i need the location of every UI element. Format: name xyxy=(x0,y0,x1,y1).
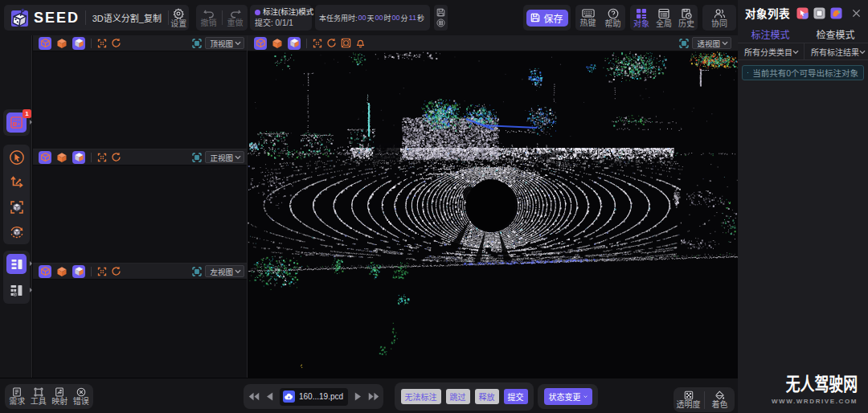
redo-label: 重做 xyxy=(227,19,244,27)
reset-view-button[interactable] xyxy=(111,152,121,162)
close-panel-button[interactable] xyxy=(852,9,861,18)
undo-icon xyxy=(203,8,215,18)
opacity-button[interactable]: 透明度 xyxy=(674,391,703,409)
solid-mode-button[interactable] xyxy=(55,265,68,278)
focus-button[interactable] xyxy=(192,39,202,48)
shaded-mode-button[interactable] xyxy=(72,37,85,50)
square-tool-icon[interactable] xyxy=(813,7,825,19)
dock-panel: 需求 工具 映射 错误 xyxy=(5,384,93,409)
next-icon xyxy=(354,392,362,401)
dock-tools[interactable]: 工具 xyxy=(28,387,50,406)
settings-label: 设置 xyxy=(170,20,186,28)
dock-errors[interactable]: 错误 xyxy=(71,387,92,406)
palette-tool-icon[interactable] xyxy=(830,7,842,19)
result-filter-select[interactable]: 所有标注结果 xyxy=(804,43,868,59)
undo-button[interactable]: 撤销 xyxy=(197,8,221,27)
dock-requirements[interactable]: 需求 xyxy=(6,387,28,406)
task-time-group: 本任务用时: 00天 00时 00分 11秒 xyxy=(315,5,430,31)
solid-mode-button[interactable] xyxy=(55,151,68,164)
skip-button[interactable]: 跳过 xyxy=(446,389,470,404)
notify-button[interactable] xyxy=(355,38,366,48)
fit-view-button[interactable] xyxy=(97,39,107,48)
wireframe-mode-button[interactable] xyxy=(39,265,51,278)
panel-tab-history[interactable]: 历史 xyxy=(676,8,698,28)
tab-inspect-mode[interactable]: 检查模式 xyxy=(803,26,868,43)
release-button[interactable]: 释放 xyxy=(475,389,499,404)
floppy-small-icon[interactable] xyxy=(436,8,445,17)
shaded-mode-button[interactable] xyxy=(288,37,301,50)
refresh-icon xyxy=(111,38,121,48)
shaded-mode-button[interactable] xyxy=(72,151,85,164)
fit-view-button[interactable] xyxy=(97,267,107,276)
prev-frame-button[interactable] xyxy=(266,392,273,401)
cannot-annotate-button[interactable]: 无法标注 xyxy=(401,389,441,404)
settings-button[interactable]: 设置 xyxy=(169,8,189,28)
cursor-circle-icon xyxy=(9,149,25,166)
fit-view-button[interactable] xyxy=(97,153,107,162)
select-tool-button[interactable] xyxy=(6,147,27,167)
dock-mapping[interactable]: 映射 xyxy=(49,387,71,406)
wireframe-mode-button[interactable] xyxy=(39,151,51,164)
cube-solid-icon xyxy=(56,38,68,49)
view-type-select[interactable]: 正视图 xyxy=(205,151,244,163)
cube-shaded-icon xyxy=(74,266,84,276)
reset-view-button[interactable] xyxy=(111,266,121,276)
view-type-select[interactable]: 透视图 xyxy=(692,37,731,49)
reset-view-button[interactable] xyxy=(111,38,121,48)
cube-solid-icon xyxy=(56,266,68,277)
help-button[interactable]: 帮助 xyxy=(601,8,625,28)
frame-file-chip[interactable]: 160...19.pcd xyxy=(280,388,348,406)
status-change-button[interactable]: 状态变更 xyxy=(544,388,592,405)
redo-button[interactable]: 重做 xyxy=(223,8,248,27)
pointcloud-canvas[interactable] xyxy=(248,51,738,378)
submit-button[interactable]: 提交 xyxy=(504,389,528,404)
viewport-perspective-header: 透视图 xyxy=(248,35,738,51)
save-button[interactable]: 保存 xyxy=(526,10,568,27)
last-frame-button[interactable] xyxy=(368,392,379,401)
viewport-front-canvas[interactable] xyxy=(33,166,247,263)
layout-three-left-button[interactable] xyxy=(6,254,27,274)
next-frame-button[interactable] xyxy=(354,392,362,401)
layout-mixed-button[interactable] xyxy=(6,280,27,301)
autosave-circle-icon[interactable] xyxy=(436,18,445,27)
segmentation-tool-button[interactable]: 1 xyxy=(6,112,27,133)
image-doc-icon xyxy=(55,387,64,397)
category-filter-select[interactable]: 所有分类类目 xyxy=(738,43,804,59)
colorize-button[interactable]: 着色 xyxy=(706,391,735,409)
refresh-icon xyxy=(111,266,121,276)
reset-view-button[interactable] xyxy=(326,38,337,48)
move-tool-button[interactable] xyxy=(6,197,27,217)
task-time-minutes-unit: 分 xyxy=(401,13,408,23)
focus-button[interactable] xyxy=(192,267,202,276)
rotate-tool-button[interactable] xyxy=(6,222,27,242)
panel-tab-objects[interactable]: 对象 xyxy=(631,8,653,28)
screen-icon xyxy=(341,38,351,48)
first-frame-button[interactable] xyxy=(248,392,260,401)
category-tool-icon[interactable] xyxy=(796,7,809,19)
screen-fit-button[interactable] xyxy=(341,38,351,48)
panel-tab-history-label: 历史 xyxy=(678,20,694,28)
view-type-select[interactable]: 左视图 xyxy=(205,265,244,277)
polyline-tool-button[interactable] xyxy=(6,172,27,192)
wireframe-mode-button[interactable] xyxy=(39,37,51,50)
shaded-mode-button[interactable] xyxy=(72,265,85,278)
objects-grid-icon xyxy=(636,8,647,19)
view-type-select[interactable]: 顶视图 xyxy=(205,37,244,49)
wireframe-mode-button[interactable] xyxy=(254,37,267,50)
focus-icon xyxy=(192,39,202,48)
flyout-arrow-icon[interactable] xyxy=(30,261,32,266)
solid-mode-button[interactable] xyxy=(271,37,284,50)
collab-button[interactable]: 协同 xyxy=(706,8,733,28)
tab-annotate-mode[interactable]: 标注模式 xyxy=(738,26,803,43)
viewport-top-canvas[interactable] xyxy=(33,51,247,149)
flyout-arrow-icon[interactable] xyxy=(30,120,32,125)
hotkey-button[interactable]: 热键 xyxy=(576,8,600,27)
solid-mode-button[interactable] xyxy=(55,37,68,50)
flyout-arrow-icon[interactable] xyxy=(30,288,32,292)
watermark-url: WWW.WRDRIVE.COM xyxy=(738,398,858,405)
viewport-left-canvas[interactable] xyxy=(33,280,247,378)
panel-tab-global[interactable]: 全局 xyxy=(653,8,675,28)
focus-button[interactable] xyxy=(679,39,689,48)
focus-button[interactable] xyxy=(192,153,202,162)
fit-view-button[interactable] xyxy=(313,39,322,48)
